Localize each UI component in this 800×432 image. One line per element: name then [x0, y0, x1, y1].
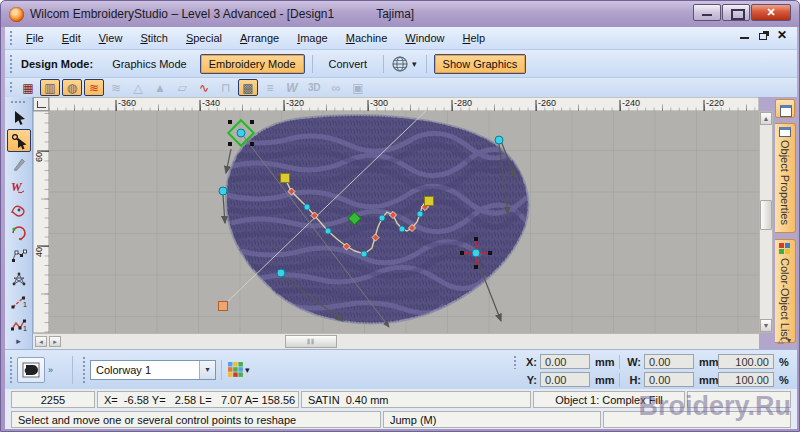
scroll-right-icon[interactable]: ▸ — [49, 336, 61, 347]
colorway-palette-caret[interactable]: ▾ — [245, 365, 250, 375]
ruler-origin-button[interactable] — [33, 97, 49, 111]
menu-help[interactable]: Help — [453, 30, 494, 46]
colorway-combobox[interactable]: Colorway 1 ▾ — [90, 360, 216, 380]
toolbar-grip[interactable] — [9, 54, 13, 73]
colorway-dropdown-icon[interactable]: ▾ — [199, 361, 215, 379]
bitmap-button[interactable] — [17, 357, 45, 383]
y-label: Y: — [521, 374, 537, 386]
app-logo-icon — [9, 7, 24, 22]
polygon-node-icon — [10, 248, 28, 264]
properties-window-icon — [779, 127, 791, 137]
convert-button[interactable]: Convert — [320, 54, 377, 74]
x-field[interactable]: 0.00 — [540, 354, 590, 369]
globe-dropdown-caret[interactable]: ▾ — [412, 59, 417, 69]
skew-icon[interactable]: ▱ — [172, 79, 192, 96]
toolbar-grip[interactable] — [9, 30, 13, 45]
menu-stitch[interactable]: Stitch — [131, 30, 177, 46]
h-scale-field[interactable]: 100.00 — [718, 372, 774, 387]
object-properties-icon[interactable] — [775, 99, 795, 118]
mdi-minimize-icon[interactable] — [740, 31, 749, 39]
freehand-open-tool[interactable] — [7, 198, 31, 221]
freehand-closed-tool[interactable] — [7, 221, 31, 244]
horizontal-scrollbar[interactable]: ◂ ▸ ⦀⦀ — [33, 333, 759, 349]
w-field[interactable]: 0.00 — [644, 354, 694, 369]
window-title-machine: Tajima] — [376, 7, 414, 21]
show-graphics-button[interactable]: Show Graphics — [434, 54, 527, 74]
zigzag-run-icon: 1 — [10, 317, 28, 333]
pointer-info: X= -6.58 Y= 2.58 L= 7.07 A= 158.56 — [97, 391, 299, 408]
svg-text:1: 1 — [23, 325, 27, 332]
tab-scroll-arrows[interactable]: △▼ — [778, 337, 794, 345]
vertical-ruler[interactable]: 60 40 — [33, 111, 49, 333]
basket-icon[interactable]: ▣ — [348, 79, 368, 96]
triple-run-tool[interactable]: 1 — [7, 313, 31, 336]
menu-file[interactable]: File — [17, 30, 53, 46]
tatami-fill-icon[interactable]: ▥ — [40, 79, 60, 96]
vertical-scrollbar[interactable]: ▲ ▼ — [759, 111, 773, 333]
h-field[interactable]: 0.00 — [644, 372, 694, 387]
toolbar-overflow-chevron[interactable]: » — [48, 365, 53, 375]
tab-object-properties[interactable]: Object Properties — [775, 123, 796, 233]
design-canvas[interactable] — [49, 111, 759, 333]
triangle-fill-icon[interactable]: ▲ — [150, 79, 170, 96]
toolbar-grip[interactable] — [10, 100, 26, 104]
menu-machine[interactable]: Machine — [337, 30, 397, 46]
triangle-outline-icon[interactable]: △ — [128, 79, 148, 96]
vertical-scroll-thumb[interactable] — [760, 200, 772, 230]
globe-icon[interactable] — [391, 55, 409, 73]
run-stitch-tool[interactable]: 1 — [7, 290, 31, 313]
h-unit: mm — [694, 374, 718, 386]
scroll-left-icon[interactable]: ◂ — [35, 336, 47, 347]
colorway-palette-icon[interactable] — [227, 361, 244, 378]
toolbar-grip[interactable] — [82, 356, 86, 383]
scroll-up-icon[interactable]: ▲ — [760, 112, 772, 125]
knife-tool[interactable] — [7, 152, 31, 175]
svg-text:-340: -340 — [202, 98, 220, 108]
menu-bar: File Edit View Stitch Special Arrange Im… — [5, 27, 797, 49]
menu-window[interactable]: Window — [396, 30, 453, 46]
select-tool[interactable] — [7, 106, 31, 129]
reshape-tool[interactable] — [7, 129, 31, 152]
palette-overflow[interactable]: ▸ — [5, 336, 32, 346]
minimize-button[interactable] — [693, 4, 721, 21]
app-window: Wilcom EmbroideryStudio – Level 3 Advanc… — [0, 0, 800, 432]
w-scale-field[interactable]: 100.00 — [718, 354, 774, 369]
complex-fill-tool[interactable] — [7, 244, 31, 267]
motif-fill-icon[interactable]: ◍ — [62, 79, 82, 96]
horizontal-ruler[interactable]: -360 -340 -320 -300 -280 -260 -240 -220 — [49, 97, 759, 111]
satin-icon[interactable]: ≋ — [106, 79, 126, 96]
svg-text:-240: -240 — [622, 98, 640, 108]
mdi-close-icon[interactable]: ✕ — [777, 30, 787, 40]
menu-special[interactable]: Special — [177, 30, 231, 46]
loop-stitch-icon[interactable]: ⊓ — [216, 79, 236, 96]
threed-icon[interactable]: 3D — [304, 79, 324, 96]
scroll-down-icon[interactable]: ▼ — [760, 319, 772, 332]
pattern-fill-icon[interactable]: ▩ — [238, 79, 258, 96]
density-icon[interactable]: ≡ — [260, 79, 280, 96]
menu-image[interactable]: Image — [288, 30, 337, 46]
w-label: W: — [625, 356, 641, 368]
hatch-icon[interactable]: W — [282, 79, 302, 96]
embroidery-mode-button[interactable]: Embroidery Mode — [200, 54, 305, 74]
lettering-tool[interactable]: W — [7, 175, 31, 198]
title-bar[interactable]: Wilcom EmbroideryStudio – Level 3 Advanc… — [1, 1, 799, 27]
toolbar-grip[interactable] — [513, 355, 517, 369]
toolbar-grip[interactable] — [9, 356, 13, 383]
tab-color-object-list[interactable]: Color-Object List — [775, 239, 796, 343]
maximize-button[interactable] — [722, 4, 750, 21]
menu-view[interactable]: View — [90, 30, 132, 46]
close-button[interactable]: ✕ — [751, 4, 791, 21]
menu-arrange[interactable]: Arrange — [231, 30, 288, 46]
wave-stitch-icon[interactable]: ∿ — [194, 79, 214, 96]
outline-run-icon[interactable]: ▦ — [18, 79, 38, 96]
svg-text:1: 1 — [23, 301, 27, 308]
zigzag-fill-icon[interactable]: ≋ — [84, 79, 104, 96]
toolbar-grip[interactable] — [9, 81, 13, 94]
mdi-restore-icon[interactable] — [759, 33, 767, 40]
node-edit-tool[interactable] — [7, 267, 31, 290]
y-field[interactable]: 0.00 — [540, 372, 590, 387]
menu-edit[interactable]: Edit — [53, 30, 90, 46]
glasses-icon[interactable]: ∞ — [326, 79, 346, 96]
horizontal-scroll-thumb[interactable]: ⦀⦀ — [285, 335, 337, 348]
graphics-mode-button[interactable]: Graphics Mode — [103, 54, 196, 74]
